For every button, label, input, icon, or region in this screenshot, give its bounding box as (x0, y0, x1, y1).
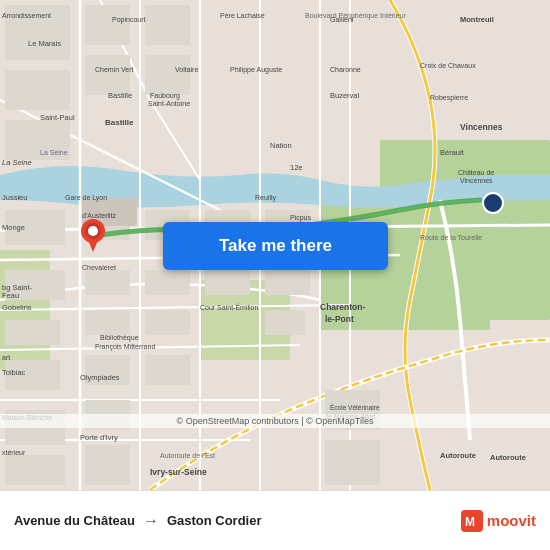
svg-text:Monge: Monge (2, 223, 25, 232)
svg-rect-26 (5, 320, 60, 345)
svg-text:Ivry-sur-Seine: Ivry-sur-Seine (150, 467, 207, 477)
svg-text:Autoroute: Autoroute (440, 451, 476, 460)
svg-text:Château de: Château de (458, 169, 494, 176)
route-to: Gaston Cordier (167, 513, 262, 528)
svg-text:François Mitterrand: François Mitterrand (95, 343, 155, 351)
svg-rect-29 (5, 455, 65, 485)
svg-text:Gare de Lyon: Gare de Lyon (65, 194, 107, 202)
svg-rect-23 (145, 55, 190, 95)
svg-rect-32 (85, 310, 130, 335)
svg-text:Arrondissement: Arrondissement (2, 12, 51, 19)
svg-text:Porte d'Ivry: Porte d'Ivry (80, 433, 118, 442)
svg-text:Jussieu: Jussieu (2, 193, 27, 202)
moovit-brand-text: moovit (487, 512, 536, 529)
svg-text:Buzerval: Buzerval (330, 91, 360, 100)
svg-rect-43 (265, 270, 310, 295)
svg-marker-109 (88, 240, 98, 252)
svg-text:12e: 12e (290, 163, 303, 172)
svg-text:Saint-Antoine: Saint-Antoine (148, 100, 190, 107)
svg-text:Bérault: Bérault (440, 148, 465, 157)
svg-rect-46 (325, 440, 380, 485)
svg-text:Feau: Feau (2, 291, 19, 300)
bottom-bar: Avenue du Château → Gaston Cordier M moo… (0, 490, 550, 550)
svg-text:École Vétérinaire: École Vétérinaire (330, 403, 380, 411)
svg-text:Vincennes: Vincennes (460, 122, 503, 132)
route-from: Avenue du Château (14, 513, 135, 528)
svg-rect-31 (85, 270, 130, 295)
svg-text:Boulevard Périphérique Intérie: Boulevard Périphérique Intérieur (305, 12, 406, 20)
destination-marker (482, 192, 504, 214)
moovit-logo: M moovit (461, 510, 536, 532)
route-arrow: → (143, 512, 159, 530)
svg-text:Tolbiac: Tolbiac (2, 368, 26, 377)
origin-pin-marker (80, 218, 106, 252)
svg-text:Picpus: Picpus (290, 214, 312, 222)
svg-text:Route de la Tourelle: Route de la Tourelle (420, 234, 482, 241)
svg-rect-38 (145, 310, 190, 335)
svg-text:Montreuil: Montreuil (460, 15, 494, 24)
svg-text:M: M (465, 515, 475, 529)
svg-text:Bibliothèque: Bibliothèque (100, 334, 139, 342)
svg-point-108 (88, 226, 98, 236)
moovit-icon: M (461, 510, 483, 532)
svg-text:xtérieur: xtérieur (2, 449, 26, 456)
svg-rect-41 (205, 270, 250, 295)
svg-text:Croix de Chavaux: Croix de Chavaux (420, 62, 476, 69)
svg-text:Charonne: Charonne (330, 66, 361, 73)
svg-text:Nation: Nation (270, 141, 292, 150)
svg-rect-37 (145, 270, 190, 295)
svg-text:Faubourg: Faubourg (150, 92, 180, 100)
svg-text:Autoroute de l'Est: Autoroute de l'Est (160, 452, 215, 459)
svg-text:Olympiades: Olympiades (80, 373, 120, 382)
svg-text:art: art (2, 354, 10, 361)
svg-rect-19 (145, 5, 190, 45)
svg-text:Gobelins: Gobelins (2, 303, 32, 312)
svg-rect-44 (265, 310, 305, 335)
svg-text:Robespierre: Robespierre (430, 94, 468, 102)
svg-text:Bastille: Bastille (105, 118, 134, 127)
svg-text:Charenton-: Charenton- (320, 302, 366, 312)
map-attribution: © OpenStreetMap contributors | © OpenMap… (0, 414, 550, 428)
svg-text:le-Pont: le-Pont (325, 314, 354, 324)
svg-text:Chemin Vert: Chemin Vert (95, 66, 134, 73)
svg-text:Chevaleret: Chevaleret (82, 264, 116, 271)
map-container: Boulevard Périphérique Intérieur La Sein… (0, 0, 550, 490)
svg-text:La Seine: La Seine (40, 149, 68, 156)
take-me-there-button[interactable]: Take me there (163, 222, 388, 270)
svg-text:La Seine: La Seine (2, 158, 32, 167)
svg-text:Saint-Paul: Saint-Paul (40, 113, 75, 122)
svg-text:Bastille: Bastille (108, 91, 132, 100)
svg-text:Reuilly: Reuilly (255, 194, 277, 202)
route-info: Avenue du Château → Gaston Cordier (14, 512, 461, 530)
svg-rect-39 (145, 355, 190, 385)
svg-text:Autoroute: Autoroute (490, 453, 526, 462)
svg-text:Philippe Auguste: Philippe Auguste (230, 66, 282, 74)
svg-text:Cour Saint-Émilion: Cour Saint-Émilion (200, 303, 258, 311)
svg-rect-20 (5, 70, 70, 110)
svg-rect-18 (85, 5, 130, 45)
svg-text:Père Lachaise: Père Lachaise (220, 12, 265, 19)
svg-rect-22 (85, 55, 130, 95)
svg-text:Popincourt: Popincourt (112, 16, 146, 24)
svg-text:Gallieni: Gallieni (330, 16, 354, 23)
svg-text:Le Marais: Le Marais (28, 39, 61, 48)
svg-text:Voltaire: Voltaire (175, 66, 198, 73)
svg-text:Vincennes: Vincennes (460, 177, 493, 184)
svg-rect-35 (85, 445, 130, 485)
